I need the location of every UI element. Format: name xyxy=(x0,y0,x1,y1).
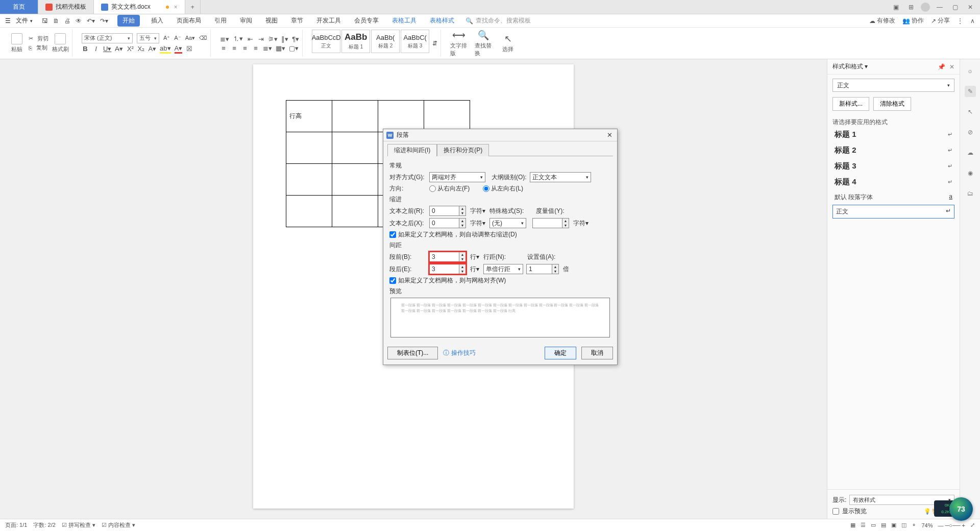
view-print-icon[interactable]: ▦ xyxy=(850,522,855,528)
network-speed-widget[interactable]: 0K/s 0.2K/s 73 xyxy=(935,495,973,521)
file-menu[interactable]: 文件▾ xyxy=(13,16,36,25)
table-cell[interactable] xyxy=(378,101,424,132)
ok-button[interactable]: 确定 xyxy=(545,347,576,359)
measure-spinner[interactable]: ▲▼ xyxy=(532,218,569,228)
change-case-icon[interactable]: Aa▾ xyxy=(185,35,195,41)
align-center-button[interactable]: ≡ xyxy=(231,44,238,52)
rail-limit-icon[interactable]: ⊘ xyxy=(965,127,976,138)
table-cell[interactable] xyxy=(332,101,378,132)
table-cell[interactable] xyxy=(286,132,332,164)
dialog-titlebar[interactable]: W 段落 ✕ xyxy=(383,129,617,141)
underline-button[interactable]: U▾ xyxy=(103,45,111,53)
pin-icon[interactable]: 📌 xyxy=(938,63,945,70)
collaborate-button[interactable]: 👥协作 xyxy=(902,16,924,25)
dialog-close-icon[interactable]: ✕ xyxy=(605,131,614,139)
set-at-spinner[interactable]: 1▲▼ xyxy=(526,264,559,274)
style-item-h1[interactable]: 标题 1↵ xyxy=(832,127,954,142)
highlight-button[interactable]: ab▾ xyxy=(160,44,170,54)
strike-button[interactable]: A̶▾ xyxy=(115,45,123,53)
rail-cloud-icon[interactable]: ☁ xyxy=(965,147,976,158)
tab-document[interactable]: 英文文档.docx × xyxy=(94,0,185,14)
style-item-h4[interactable]: 标题 4↵ xyxy=(832,174,954,190)
table-cell[interactable] xyxy=(424,101,470,132)
style-item-default-font[interactable]: 默认 段落字体a xyxy=(832,190,954,205)
ribbon-tab-dev[interactable]: 开发工具 xyxy=(314,15,343,27)
align-left-button[interactable]: ≡ xyxy=(220,44,227,52)
indent-before-unit[interactable]: 字符▾ xyxy=(469,207,486,215)
rail-theme-icon[interactable]: ☼ xyxy=(965,65,976,77)
view-read-icon[interactable]: ▭ xyxy=(871,522,876,528)
font-size-select[interactable]: 五号▾ xyxy=(137,33,159,43)
user-avatar-icon[interactable] xyxy=(921,3,930,12)
command-search[interactable]: 🔍 查找命令、搜索模板 xyxy=(465,16,531,25)
ribbon-tab-insert[interactable]: 插入 xyxy=(149,15,165,27)
outdent-button[interactable]: ⇤ xyxy=(247,35,254,43)
indent-after-unit[interactable]: 字符▾ xyxy=(469,219,486,228)
spacing-after-unit[interactable]: 行▾ xyxy=(469,265,480,274)
special-format-select[interactable]: (无)▾ xyxy=(489,218,526,228)
indent-button[interactable]: ⇥ xyxy=(257,35,264,43)
tabs-button[interactable]: 制表位(T)... xyxy=(387,347,438,359)
bold-button[interactable]: B xyxy=(82,45,89,53)
styles-gallery[interactable]: AaBbCcD正文 AaBb标题 1 AaBb(标题 2 AaBbC(标题 3 xyxy=(312,30,429,57)
indent-after-spinner[interactable]: 0▲▼ xyxy=(429,218,466,228)
view-focus-icon[interactable]: ▣ xyxy=(891,522,896,528)
print-icon[interactable]: 🖨 xyxy=(64,17,70,25)
borders-button[interactable]: ▢▾ xyxy=(289,44,299,52)
ribbon-tab-view[interactable]: 视图 xyxy=(263,15,280,27)
current-style-select[interactable]: 正文▾ xyxy=(832,79,954,92)
rail-backup-icon[interactable]: 🗂 xyxy=(965,188,976,199)
layout-icon[interactable]: ▣ xyxy=(890,2,901,12)
operation-tips-link[interactable]: ⓘ操作技巧 xyxy=(443,349,476,357)
minimize-icon[interactable]: — xyxy=(934,2,945,12)
styles-more-icon[interactable]: ⇵ xyxy=(432,40,437,47)
align-justify-button[interactable]: ≡ xyxy=(252,44,259,52)
saveas-icon[interactable]: 🗎 xyxy=(53,17,59,25)
spell-check-button[interactable]: ☑ 拼写检查 ▾ xyxy=(62,521,95,529)
more-menu-icon[interactable]: ⋮ xyxy=(957,17,963,25)
bullets-button[interactable]: ≣▾ xyxy=(220,35,229,43)
style-item-body-selected[interactable]: 正文↵ xyxy=(832,205,954,219)
panel-close-icon[interactable]: ✕ xyxy=(949,63,954,70)
rail-location-icon[interactable]: ◉ xyxy=(965,167,976,179)
collapse-ribbon-icon[interactable]: ∧ xyxy=(970,17,975,25)
preview-icon[interactable]: 👁 xyxy=(76,17,82,25)
italic-button[interactable]: I xyxy=(92,45,100,53)
style-h1[interactable]: AaBb标题 1 xyxy=(341,30,370,53)
tab-templates[interactable]: 找稻壳模板 xyxy=(38,0,94,14)
tab-line-page-breaks[interactable]: 换行和分页(P) xyxy=(437,144,489,156)
word-count[interactable]: 字数: 2/2 xyxy=(33,521,55,529)
close-icon[interactable]: × xyxy=(174,4,178,11)
paste-button[interactable]: 粘贴 xyxy=(8,30,26,57)
undo-icon[interactable]: ↶▾ xyxy=(87,17,95,25)
line-spacing-select[interactable]: 单倍行距▾ xyxy=(483,264,523,274)
show-marks-button[interactable]: ¶▾ xyxy=(292,35,299,43)
share-button[interactable]: ↗分享 xyxy=(931,16,950,25)
spacing-after-spinner[interactable]: 3▲▼ xyxy=(429,264,466,274)
table-cell[interactable] xyxy=(286,164,332,196)
alignment-select[interactable]: 两端对齐▾ xyxy=(429,172,485,182)
numbering-button[interactable]: ⒈▾ xyxy=(233,34,243,43)
clear-format-icon[interactable]: ⌫ xyxy=(199,35,207,41)
zoom-value[interactable]: 74% xyxy=(921,522,933,528)
spacing-before-spinner[interactable]: 3▲▼ xyxy=(429,252,466,262)
maximize-icon[interactable]: ▢ xyxy=(949,2,961,12)
line-spacing-button[interactable]: ‖▾ xyxy=(281,35,288,43)
text-layout-button[interactable]: ⟷文字排版 xyxy=(450,30,468,57)
view-web-icon[interactable]: ▤ xyxy=(881,522,886,528)
fit-icon[interactable]: ⤢ xyxy=(970,522,975,528)
select-button[interactable]: ↖选择 xyxy=(499,30,517,57)
align-right-button[interactable]: ≡ xyxy=(241,44,249,52)
outline-level-select[interactable]: 正文文本▾ xyxy=(530,172,591,182)
zoom-slider[interactable]: — ─○── + xyxy=(938,522,965,528)
table-cell[interactable]: 行高 xyxy=(286,101,332,132)
new-style-button[interactable]: 新样式... xyxy=(832,97,869,111)
cancel-button[interactable]: 取消 xyxy=(581,347,613,359)
tab-indent-spacing[interactable]: 缩进和间距(I) xyxy=(387,144,437,156)
tab-home[interactable]: 首页 xyxy=(0,0,38,14)
content-check-button[interactable]: ☑ 内容检查 ▾ xyxy=(102,521,135,529)
style-body[interactable]: AaBbCcD正文 xyxy=(312,30,340,53)
new-tab-button[interactable]: + xyxy=(185,0,201,14)
ribbon-tab-start[interactable]: 开始 xyxy=(117,15,140,27)
grow-font-icon[interactable]: A⁺ xyxy=(163,35,170,41)
